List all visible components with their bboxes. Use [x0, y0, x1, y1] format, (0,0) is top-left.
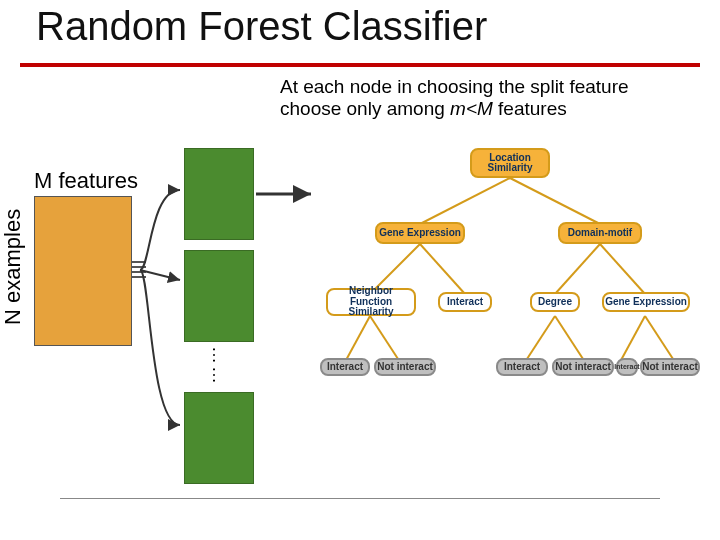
tree-l1-node-0: Gene Expression — [375, 222, 465, 244]
bootstrap-sample-1 — [184, 148, 254, 240]
m-features-label: M features — [34, 168, 138, 194]
tree-l1-node-1: Domain-motif — [558, 222, 642, 244]
svg-line-11 — [620, 316, 645, 362]
bootstrap-sample-2 — [184, 250, 254, 342]
svg-line-9 — [525, 316, 555, 362]
svg-line-7 — [345, 316, 370, 362]
svg-line-8 — [370, 316, 400, 362]
tree-l2-node-3: Gene Expression — [602, 292, 690, 312]
tree-leaf-5: Not interact — [640, 358, 700, 376]
svg-line-5 — [555, 244, 600, 294]
tree-l2-node-2: Degree — [530, 292, 580, 312]
subtitle-emph: m<M — [450, 98, 493, 119]
tree-leaf-0: Interact — [320, 358, 370, 376]
subtitle-line2-pre: choose only among — [280, 98, 450, 119]
svg-line-6 — [600, 244, 645, 294]
slide: Random Forest Classifier At each node in… — [0, 0, 720, 540]
slide-title: Random Forest Classifier — [36, 4, 487, 49]
tree-l2-node-1: Interact — [438, 292, 492, 312]
svg-line-2 — [510, 178, 600, 224]
svg-line-1 — [420, 178, 510, 224]
footer-rule — [60, 498, 660, 499]
data-matrix — [34, 196, 132, 346]
subtitle-line1: At each node in choosing the split featu… — [280, 76, 629, 97]
title-underline — [20, 63, 700, 67]
subtitle: At each node in choosing the split featu… — [280, 76, 700, 120]
tree-root-node: Location Similarity — [470, 148, 550, 178]
to-tree-arrow — [256, 184, 318, 204]
tree-leaf-1: Not interact — [374, 358, 436, 376]
svg-line-10 — [555, 316, 585, 362]
bootstrap-sample-3 — [184, 392, 254, 484]
bootstrap-arrows — [130, 150, 190, 450]
svg-line-4 — [420, 244, 465, 294]
decision-tree: Location Similarity Gene Expression Doma… — [320, 144, 700, 404]
vertical-ellipsis: …… — [216, 346, 221, 386]
tree-leaf-3: Not interact — [552, 358, 614, 376]
n-examples-label: N examples — [0, 209, 26, 325]
tree-leaf-2: Interact — [496, 358, 548, 376]
tree-l2-node-0: Neighbor Function Similarity — [326, 288, 416, 316]
tree-leaf-4: Interact — [616, 358, 638, 376]
svg-line-12 — [645, 316, 675, 362]
subtitle-line2-post: features — [493, 98, 567, 119]
